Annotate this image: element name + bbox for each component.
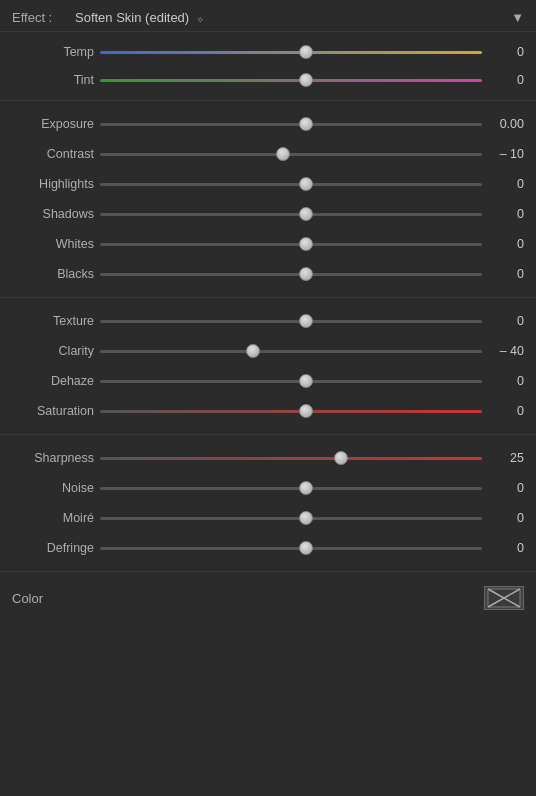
moir--row: Moiré0: [12, 503, 524, 533]
exposure-value: 0.00: [488, 117, 524, 131]
whites-label: Whites: [12, 237, 94, 251]
texture-row: Texture0: [12, 306, 524, 336]
noise-row: Noise0: [12, 473, 524, 503]
blacks-label: Blacks: [12, 267, 94, 281]
moir--slider[interactable]: [100, 508, 482, 528]
blacks-slider[interactable]: [100, 264, 482, 284]
shadows-track: [100, 213, 482, 216]
temp-slider[interactable]: [100, 42, 482, 62]
effect-label: Effect :: [12, 10, 67, 25]
temp-label: Temp: [12, 45, 94, 59]
tint-value: 0: [488, 73, 524, 87]
clarity-row: Clarity– 40: [12, 336, 524, 366]
noise-slider[interactable]: [100, 478, 482, 498]
sharpness-row: Sharpness25: [12, 443, 524, 473]
texture-value: 0: [488, 314, 524, 328]
sharpness-slider[interactable]: [100, 448, 482, 468]
temp-row: Temp 0: [12, 38, 524, 66]
dehaze-label: Dehaze: [12, 374, 94, 388]
saturation-track: [100, 410, 482, 413]
dehaze-thumb[interactable]: [299, 374, 313, 388]
blacks-row: Blacks0: [12, 259, 524, 289]
effect-dropdown-icon[interactable]: ▼: [511, 10, 524, 25]
contrast-track: [100, 153, 482, 156]
saturation-thumb[interactable]: [299, 404, 313, 418]
defringe-value: 0: [488, 541, 524, 555]
defringe-slider[interactable]: [100, 538, 482, 558]
noise-value: 0: [488, 481, 524, 495]
sharpness-track: [100, 457, 482, 460]
noise-thumb[interactable]: [299, 481, 313, 495]
whites-thumb[interactable]: [299, 237, 313, 251]
noise-track: [100, 487, 482, 490]
texture-section: Texture0Clarity– 40Dehaze0Saturation0: [0, 298, 536, 435]
shadows-slider[interactable]: [100, 204, 482, 224]
moir--track: [100, 517, 482, 520]
contrast-slider[interactable]: [100, 144, 482, 164]
tint-thumb[interactable]: [299, 73, 313, 87]
dehaze-slider[interactable]: [100, 371, 482, 391]
dehaze-value: 0: [488, 374, 524, 388]
clarity-thumb[interactable]: [246, 344, 260, 358]
clarity-slider[interactable]: [100, 341, 482, 361]
shadows-row: Shadows0: [12, 199, 524, 229]
clarity-label: Clarity: [12, 344, 94, 358]
defringe-thumb[interactable]: [299, 541, 313, 555]
contrast-row: Contrast– 10: [12, 139, 524, 169]
contrast-thumb[interactable]: [276, 147, 290, 161]
color-icon[interactable]: [484, 586, 524, 610]
blacks-thumb[interactable]: [299, 267, 313, 281]
exposure-track: [100, 123, 482, 126]
color-row: Color: [0, 572, 536, 624]
whites-row: Whites0: [12, 229, 524, 259]
whites-value: 0: [488, 237, 524, 251]
shadows-label: Shadows: [12, 207, 94, 221]
tint-track: [100, 79, 482, 82]
defringe-label: Defringe: [12, 541, 94, 555]
shadows-thumb[interactable]: [299, 207, 313, 221]
main-panel: Effect : Soften Skin (edited) ⬦ ▼ Temp 0…: [0, 0, 536, 624]
noise-label: Noise: [12, 481, 94, 495]
tint-slider[interactable]: [100, 70, 482, 90]
exposure-label: Exposure: [12, 117, 94, 131]
sharpness-label: Sharpness: [12, 451, 94, 465]
highlights-row: Highlights0: [12, 169, 524, 199]
contrast-value: – 10: [488, 147, 524, 161]
highlights-slider[interactable]: [100, 174, 482, 194]
texture-thumb[interactable]: [299, 314, 313, 328]
whites-slider[interactable]: [100, 234, 482, 254]
clarity-value: – 40: [488, 344, 524, 358]
temp-value: 0: [488, 45, 524, 59]
highlights-thumb[interactable]: [299, 177, 313, 191]
saturation-value: 0: [488, 404, 524, 418]
moir--value: 0: [488, 511, 524, 525]
blacks-value: 0: [488, 267, 524, 281]
dehaze-track: [100, 380, 482, 383]
temp-tint-section: Temp 0 Tint 0: [0, 32, 536, 101]
defringe-track: [100, 547, 482, 550]
highlights-label: Highlights: [12, 177, 94, 191]
sharpness-value: 25: [488, 451, 524, 465]
effect-value-text: Soften Skin (edited): [75, 10, 189, 25]
moir--thumb[interactable]: [299, 511, 313, 525]
highlights-value: 0: [488, 177, 524, 191]
blacks-track: [100, 273, 482, 276]
highlights-track: [100, 183, 482, 186]
exposure-slider[interactable]: [100, 114, 482, 134]
effect-row: Effect : Soften Skin (edited) ⬦ ▼: [0, 0, 536, 32]
texture-slider[interactable]: [100, 311, 482, 331]
temp-thumb[interactable]: [299, 45, 313, 59]
tint-label: Tint: [12, 73, 94, 87]
exposure-row: Exposure0.00: [12, 109, 524, 139]
exposure-section: Exposure0.00Contrast– 10Highlights0Shado…: [0, 101, 536, 298]
shadows-value: 0: [488, 207, 524, 221]
texture-label: Texture: [12, 314, 94, 328]
clarity-track: [100, 350, 482, 353]
exposure-thumb[interactable]: [299, 117, 313, 131]
effect-value[interactable]: Soften Skin (edited) ⬦: [75, 10, 503, 25]
sharpness-thumb[interactable]: [334, 451, 348, 465]
sharpness-section: Sharpness25Noise0Moiré0Defringe0: [0, 435, 536, 572]
dehaze-row: Dehaze0: [12, 366, 524, 396]
texture-track: [100, 320, 482, 323]
saturation-slider[interactable]: [100, 401, 482, 421]
